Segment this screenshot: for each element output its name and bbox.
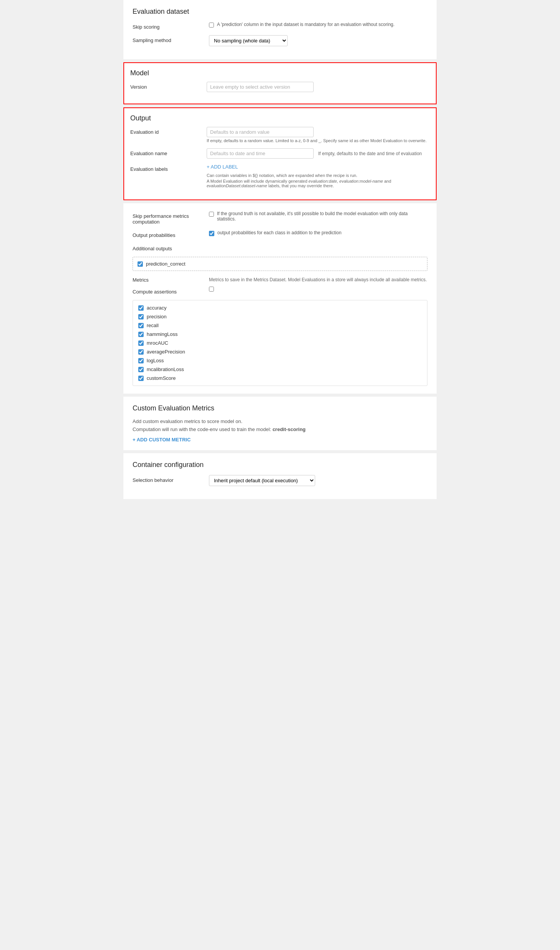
metrics-box: accuracy precision recall hammingLoss mr… <box>133 300 427 386</box>
evaluation-dataset-title: Evaluation dataset <box>133 8 427 16</box>
metric-mcalibrationloss-label: mcalibrationLoss <box>147 366 184 372</box>
metric-precision-checkbox[interactable] <box>138 314 144 319</box>
evaluation-labels-control: + ADD LABEL Can contain variables in ${}… <box>207 164 430 188</box>
output-probabilities-label: Output probabilities <box>133 230 209 238</box>
version-input[interactable] <box>207 82 314 92</box>
compute-assertions-control <box>209 287 427 293</box>
compute-assertions-label: Compute assertions <box>133 287 209 295</box>
metric-accuracy: accuracy <box>138 305 422 311</box>
evaluation-name-control: If empty, defaults to the date and time … <box>207 148 430 159</box>
sampling-method-select[interactable]: No sampling (whole data) Random Stratifi… <box>209 35 288 46</box>
metric-precision: precision <box>138 314 422 319</box>
model-section: Model Version <box>123 62 437 104</box>
evaluation-id-hint: If empty, defaults to a random value. Li… <box>207 138 428 143</box>
evaluation-name-input[interactable] <box>207 148 314 159</box>
metric-recall: recall <box>138 323 422 328</box>
metric-recall-checkbox[interactable] <box>138 323 144 328</box>
metric-mrocauc: mrocAUC <box>138 340 422 346</box>
metric-mcalibrationloss: mcalibrationLoss <box>138 366 422 372</box>
metrics-label: Metrics <box>133 277 209 283</box>
custom-metrics-desc1: Add custom evaluation metrics to score m… <box>133 418 427 424</box>
custom-metrics-desc2: Computation will run with the code-env u… <box>133 426 427 432</box>
metric-hammingloss: hammingLoss <box>138 331 422 337</box>
metric-customscore: customScore <box>138 375 422 381</box>
evaluation-name-label: Evaluation name <box>130 148 207 156</box>
hint2-italic: evaluation:date, evaluation:model-name <box>309 179 383 183</box>
evaluation-name-hint: If empty, defaults to the date and time … <box>318 151 422 156</box>
skip-performance-control: If the ground truth is not available, it… <box>209 211 427 222</box>
skip-performance-label: Skip performance metrics computation <box>133 211 209 225</box>
metric-accuracy-checkbox[interactable] <box>138 305 144 311</box>
skip-scoring-checkbox[interactable] <box>209 23 214 28</box>
skip-scoring-label: Skip scoring <box>133 22 209 30</box>
metric-averageprecision: averagePrecision <box>138 349 422 355</box>
evaluation-labels-hint1: Can contain variables in ${} notation, w… <box>207 173 428 178</box>
evaluation-dataset-section: Evaluation dataset Skip scoring A 'predi… <box>123 0 437 59</box>
output-probabilities-control: output probabilities for each class in a… <box>209 230 427 236</box>
version-label: Version <box>130 82 207 90</box>
evaluation-id-label: Evaluation id <box>130 127 207 135</box>
skip-performance-row: Skip performance metrics computation If … <box>133 211 427 225</box>
version-control <box>207 82 430 92</box>
evaluation-id-input[interactable] <box>207 127 314 137</box>
output-title: Output <box>130 114 430 122</box>
metric-mcalibrationloss-checkbox[interactable] <box>138 367 144 372</box>
container-configuration-section: Container configuration Selection behavi… <box>123 453 437 499</box>
evaluation-id-row: Evaluation id If empty, defaults to a ra… <box>130 127 430 143</box>
selection-behavior-control: Inherit project default (local execution… <box>209 475 427 486</box>
additional-outputs-box: prediction_correct <box>133 257 427 271</box>
custom-metrics-desc2-prefix: Computation will run with the code-env u… <box>133 426 272 432</box>
evaluation-labels-label: Evaluation labels <box>130 164 207 172</box>
container-configuration-title: Container configuration <box>133 461 427 469</box>
version-row: Version <box>130 82 430 92</box>
metric-logloss: logLoss <box>138 358 422 363</box>
add-custom-metric-button[interactable]: + ADD CUSTOM METRIC <box>133 437 191 443</box>
sampling-method-label: Sampling method <box>133 35 209 43</box>
metric-customscore-label: customScore <box>147 375 176 381</box>
metric-recall-label: recall <box>147 323 159 328</box>
hint2-prefix: A Model Evaluation will include dynamica… <box>207 179 309 183</box>
metric-hammingloss-label: hammingLoss <box>147 331 178 337</box>
metric-logloss-label: logLoss <box>147 358 164 363</box>
metric-mrocauc-label: mrocAUC <box>147 340 168 346</box>
metric-accuracy-label: accuracy <box>147 305 167 311</box>
custom-evaluation-metrics-section: Custom Evaluation Metrics Add custom eva… <box>123 397 437 450</box>
prediction-correct-label: prediction_correct <box>146 261 185 267</box>
metric-logloss-checkbox[interactable] <box>138 358 144 363</box>
compute-assertions-checkbox[interactable] <box>209 287 214 292</box>
evaluation-id-control: If empty, defaults to a random value. Li… <box>207 127 430 143</box>
output-probabilities-hint: output probabilities for each class in a… <box>217 230 342 235</box>
model-title: Model <box>130 69 430 77</box>
metric-hammingloss-checkbox[interactable] <box>138 332 144 337</box>
evaluation-labels-row: Evaluation labels + ADD LABEL Can contai… <box>130 164 430 188</box>
metric-averageprecision-label: averagePrecision <box>147 349 185 355</box>
selection-behavior-select[interactable]: Inherit project default (local execution… <box>209 475 315 486</box>
output-probabilities-checkbox[interactable] <box>209 231 214 236</box>
main-section: Skip performance metrics computation If … <box>123 203 437 394</box>
prediction-correct-checkbox[interactable] <box>138 261 143 267</box>
custom-metrics-code-env: credit-scoring <box>272 426 306 432</box>
sampling-method-control: No sampling (whole data) Random Stratifi… <box>209 35 427 46</box>
additional-outputs-label: Additional outputs <box>133 243 209 251</box>
selection-behavior-row: Selection behavior Inherit project defau… <box>133 475 427 486</box>
metric-mrocauc-checkbox[interactable] <box>138 340 144 346</box>
skip-scoring-hint: A 'prediction' column in the input datas… <box>217 22 395 27</box>
hint2-suffix: labels, that you may override there. <box>267 183 334 188</box>
skip-performance-hint: If the ground truth is not available, it… <box>217 211 427 222</box>
add-label-button[interactable]: + ADD LABEL <box>207 164 238 170</box>
evaluation-name-row: Evaluation name If empty, defaults to th… <box>130 148 430 159</box>
hint2-italic2: evaluationDataset:dataset-name <box>207 183 267 188</box>
metric-customscore-checkbox[interactable] <box>138 376 144 381</box>
metrics-hint: Metrics to save in the Metrics Dataset. … <box>209 277 427 282</box>
metric-precision-label: precision <box>147 314 167 319</box>
output-probabilities-row: Output probabilities output probabilitie… <box>133 230 427 238</box>
selection-behavior-label: Selection behavior <box>133 475 209 483</box>
skip-performance-checkbox[interactable] <box>209 212 214 217</box>
skip-scoring-row: Skip scoring A 'prediction' column in th… <box>133 22 427 30</box>
evaluation-labels-hint2: A Model Evaluation will include dynamica… <box>207 179 428 188</box>
skip-scoring-control: A 'prediction' column in the input datas… <box>209 22 427 28</box>
sampling-method-row: Sampling method No sampling (whole data)… <box>133 35 427 46</box>
metric-averageprecision-checkbox[interactable] <box>138 349 144 355</box>
hint2-mid: and <box>383 179 391 183</box>
custom-evaluation-metrics-title: Custom Evaluation Metrics <box>133 404 427 412</box>
